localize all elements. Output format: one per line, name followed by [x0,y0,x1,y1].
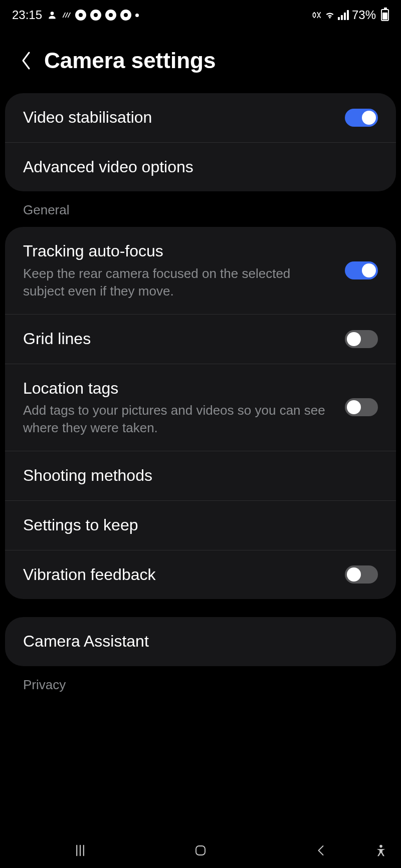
status-left: 23:15 [12,8,139,22]
settings-to-keep-label: Settings to keep [23,515,368,536]
location-tags-label: Location tags [23,378,335,399]
tracking-autofocus-desc: Keep the rear camera focused on the sele… [23,265,335,300]
video-stabilisation-label: Video stabilisation [23,107,335,128]
vibrate-mute-icon [312,10,322,20]
wifi-icon [325,10,335,20]
more-dot-icon [135,14,139,17]
shooting-methods-label: Shooting methods [23,465,368,486]
spacer [0,599,401,617]
grid-lines-row[interactable]: Grid lines [5,315,396,364]
signal-icon [338,10,349,20]
general-settings-card: Tracking auto-focus Keep the rear camera… [5,227,396,599]
location-tags-desc: Add tags to your pictures and videos so … [23,402,335,437]
svg-rect-4 [196,846,205,855]
grid-lines-label: Grid lines [23,329,335,350]
status-bar: 23:15 73% [0,0,401,28]
battery-icon [381,9,389,21]
vibration-feedback-toggle[interactable] [345,565,378,584]
recents-button[interactable] [70,840,90,860]
system-nav-bar [0,833,401,868]
tracking-autofocus-toggle[interactable] [345,261,378,279]
vibration-feedback-row[interactable]: Vibration feedback [5,550,396,600]
battery-percent: 73% [352,8,376,22]
tracking-autofocus-row[interactable]: Tracking auto-focus Keep the rear camera… [5,227,396,315]
location-tags-toggle[interactable] [345,398,378,416]
chrome-icon [90,10,101,21]
home-button[interactable] [190,840,211,860]
svg-point-0 [51,12,54,15]
chrome-icon [120,10,131,21]
camera-assistant-label: Camera Assistant [23,631,368,652]
general-section-label: General [0,191,401,227]
shooting-methods-row[interactable]: Shooting methods [5,451,396,501]
lines-icon [61,10,71,20]
back-button[interactable] [311,840,331,860]
person-icon [47,10,57,20]
video-settings-card: Video stabilisation Advanced video optio… [5,93,396,191]
advanced-video-label: Advanced video options [23,157,368,178]
camera-assistant-row[interactable]: Camera Assistant [5,617,396,666]
back-icon[interactable] [20,51,32,71]
video-stabilisation-row[interactable]: Video stabilisation [5,93,396,143]
advanced-video-row[interactable]: Advanced video options [5,143,396,192]
assistant-card: Camera Assistant [5,617,396,666]
svg-point-5 [379,845,382,848]
settings-to-keep-row[interactable]: Settings to keep [5,501,396,550]
location-tags-row[interactable]: Location tags Add tags to your pictures … [5,364,396,452]
page-title: Camera settings [44,48,216,73]
tracking-autofocus-label: Tracking auto-focus [23,241,335,262]
status-time: 23:15 [12,8,42,22]
page-header: Camera settings [0,28,401,93]
status-notification-icons [47,10,139,21]
chrome-icon [105,10,116,21]
video-stabilisation-toggle[interactable] [345,109,378,127]
vibration-feedback-label: Vibration feedback [23,564,335,586]
accessibility-button[interactable] [371,840,391,860]
status-right: 73% [312,8,389,22]
chrome-icon [75,10,86,21]
privacy-section-label: Privacy [0,666,401,702]
grid-lines-toggle[interactable] [345,330,378,348]
